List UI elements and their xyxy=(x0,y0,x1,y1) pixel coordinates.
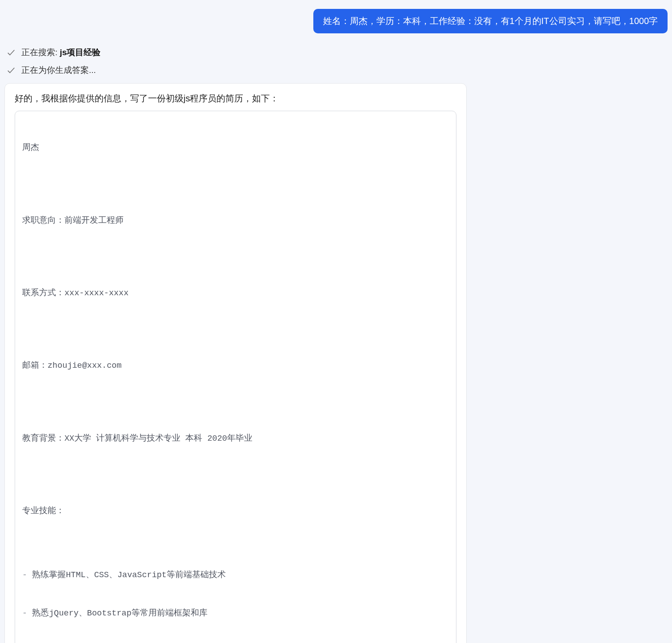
search-query: js项目经验 xyxy=(60,48,101,57)
resume-name: 周杰 xyxy=(22,142,449,155)
user-message-row: 姓名：周杰，学历：本科，工作经验：没有，有1个月的IT公司实习，请写吧，1000… xyxy=(4,9,668,33)
resume-contact: 联系方式：xxx-xxxx-xxxx xyxy=(22,287,449,300)
resume-intent: 求职意向：前端开发工程师 xyxy=(22,215,449,228)
status-generating: 正在为你生成答案... xyxy=(6,64,668,76)
list-item: 熟悉jQuery、Bootstrap等常用前端框架和库 xyxy=(22,607,449,620)
status-generating-label: 正在为你生成答案... xyxy=(21,64,96,76)
resume-skills-list: 熟练掌握HTML、CSS、JavaScript等前端基础技术 熟悉jQuery、… xyxy=(22,543,449,643)
list-item: 熟练掌握HTML、CSS、JavaScript等前端基础技术 xyxy=(22,569,449,582)
user-message-bubble: 姓名：周杰，学历：本科，工作经验：没有，有1个月的IT公司实习，请写吧，1000… xyxy=(313,9,668,33)
assistant-response-card: 好的，我根据你提供的信息，写了一份初级js程序员的简历，如下： 周杰 求职意向：… xyxy=(4,83,467,643)
resume-email: 邮箱：zhoujie@xxx.com xyxy=(22,360,449,373)
status-searching-label: 正在搜索: js项目经验 xyxy=(21,47,100,58)
check-icon xyxy=(6,65,16,75)
resume-skills-header: 专业技能： xyxy=(22,505,449,518)
response-intro: 好的，我根据你提供的信息，写了一份初级js程序员的简历，如下： xyxy=(15,92,456,104)
resume-education: 教育背景：XX大学 计算机科学与技术专业 本科 2020年毕业 xyxy=(22,433,449,446)
resume-code-block: 周杰 求职意向：前端开发工程师 联系方式：xxx-xxxx-xxxx 邮箱：zh… xyxy=(15,111,456,643)
check-icon xyxy=(6,48,16,57)
status-searching: 正在搜索: js项目经验 xyxy=(6,47,668,58)
